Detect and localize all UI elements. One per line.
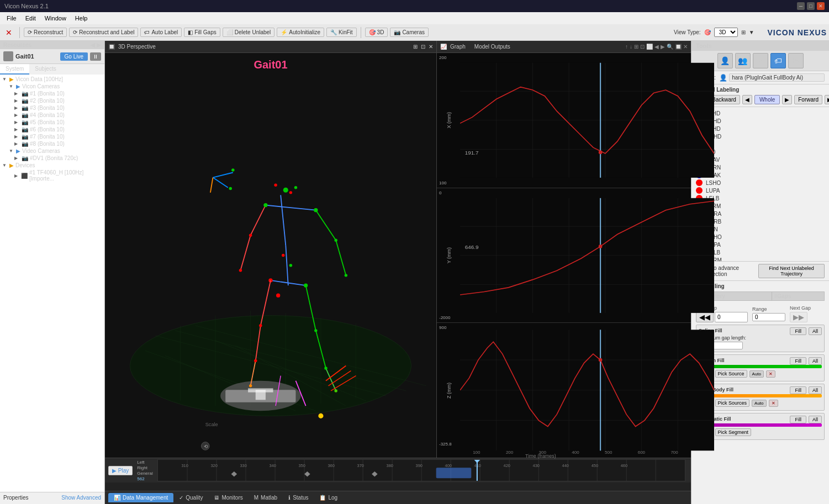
reconstruct-button[interactable]: ⟳ Reconstruct <box>24 28 67 37</box>
kinematic-all-btn[interactable]: All <box>809 416 822 423</box>
tree-devices[interactable]: ▼ ▶ Devices <box>1 162 103 169</box>
x-graph-svg: 191.7 <box>460 53 714 188</box>
rigid-all-btn[interactable]: All <box>809 386 822 394</box>
timeline: ▶ Play Left Right General 562 <box>105 458 691 491</box>
rigid-x-btn[interactable]: ✕ <box>769 400 778 407</box>
tree-cam-3[interactable]: ▶ 📷 #3 (Bonita 10) <box>1 104 103 112</box>
graph-btn-5[interactable]: ⬜ <box>646 44 653 50</box>
graph-btn-1[interactable]: ↑ <box>625 44 628 50</box>
play-button[interactable]: ▶ Play <box>108 466 133 475</box>
minimize-button[interactable]: ─ <box>797 2 805 10</box>
tool-settings-icon[interactable]: ⚙ <box>788 53 804 68</box>
tree-cam-8[interactable]: ▶ 📷 #8 (Bonita 10) <box>1 140 103 147</box>
spline-fill-btn[interactable]: Fill <box>790 327 806 335</box>
pause-button[interactable]: ⏸ <box>90 52 101 61</box>
graph-btn-2[interactable]: ↓ <box>630 44 632 50</box>
tab-subjects[interactable]: Subjects <box>29 64 61 75</box>
tab-log[interactable]: 📋 Log <box>314 493 343 502</box>
pattern-all-btn[interactable]: All <box>809 357 822 365</box>
go-live-button[interactable]: Go Live <box>60 52 88 61</box>
z-value-low: -325.8 <box>439 442 452 447</box>
properties-panel: Properties Show Advanced <box>0 492 104 504</box>
kinematic-fill-btn[interactable]: Fill <box>790 416 806 423</box>
menu-file[interactable]: File <box>2 14 21 23</box>
tree-dv1[interactable]: ▶ 📷 #DV1 (Bonita 720c) <box>1 155 103 162</box>
next-gap-right-btn[interactable]: ▶▶ <box>790 312 807 322</box>
view-type-extra-btn[interactable]: ⊞ <box>741 29 746 35</box>
graph-btn-9[interactable]: 🔲 <box>675 44 682 50</box>
tab-matlab[interactable]: M Matlab <box>249 493 283 502</box>
tree-vicon-cameras[interactable]: ▼ ▶ Vicon Cameras <box>1 83 103 90</box>
tree-cam-2[interactable]: ▶ 📷 #2 (Bonita 10) <box>1 97 103 104</box>
close-button[interactable]: ✕ <box>817 2 825 10</box>
graph-btn-4[interactable]: ⊡ <box>640 44 645 50</box>
tree-vicon-data[interactable]: ▼ ▶ Vicon Data [100Hz] <box>1 76 103 83</box>
tool-person-icon[interactable]: 👤 <box>717 53 733 68</box>
viewport-controls-btn[interactable]: ⊡ <box>421 44 425 50</box>
graph-btn-6[interactable]: ◀ <box>654 44 659 50</box>
pattern-x-btn[interactable]: ✕ <box>766 370 775 378</box>
find-next-unlabeled-button[interactable]: Find Next Unlabeled Trajectory <box>758 264 825 278</box>
pattern-fill-btn[interactable]: Fill <box>790 357 806 365</box>
tree-cam-6[interactable]: ▶ 📷 #6 (Bonita 10) <box>1 126 103 133</box>
view-type-select[interactable]: 3D 2D <box>714 28 738 37</box>
viewport-expand-btn[interactable]: ⊞ <box>413 44 418 50</box>
fill-gaps-button[interactable]: ◧ Fill Gaps <box>184 28 220 37</box>
cameras-button[interactable]: 📷 Cameras <box>390 28 429 37</box>
3d-button[interactable]: 🎯 3D <box>365 28 388 37</box>
tab-data-management[interactable]: 📊 Data Management <box>108 493 173 502</box>
maximize-button[interactable]: □ <box>807 2 815 10</box>
tree-cam-7[interactable]: ▶ 📷 #7 (Bonita 10) <box>1 133 103 140</box>
tool-label-icon[interactable]: 🏷 <box>770 53 786 68</box>
reconstruct-label-button[interactable]: ⟳ Reconstruct and Label <box>69 28 138 37</box>
delete-unlabel-button[interactable]: ⬜ Delete Unlabel <box>223 28 275 37</box>
tool-marker-icon[interactable]: ◎ <box>753 53 768 68</box>
tree-label: #1 TF4060_H [100Hz] [Importe... <box>29 169 102 182</box>
forward-arrow-btn[interactable]: ▶ <box>782 95 792 104</box>
tab-quality[interactable]: ✓ Quality <box>173 493 208 502</box>
auto-init-button[interactable]: ⚡ AutoInitialize <box>277 28 324 37</box>
forward-arrow2-btn[interactable]: ▶ <box>825 95 829 104</box>
kinfit-button[interactable]: 🔧 KinFit <box>326 28 357 37</box>
rigid-auto-btn[interactable]: Auto <box>752 400 766 407</box>
svg-point-21 <box>289 191 292 194</box>
graph-btn-3[interactable]: ⊞ <box>634 44 638 50</box>
menu-edit[interactable]: Edit <box>21 14 40 23</box>
graph-btn-7[interactable]: ▶ <box>661 44 665 50</box>
tree-tf4060[interactable]: ▶ ⬛ #1 TF4060_H [100Hz] [Importe... <box>1 169 103 182</box>
tree-cam-1[interactable]: ▶ 📷 #1 (Bonita 10) <box>1 90 103 97</box>
viewport-canvas[interactable]: Gait01 <box>105 53 436 458</box>
tree-video-cameras[interactable]: ▼ ▶ Video Cameras <box>1 147 103 155</box>
menu-help[interactable]: Help <box>71 14 92 23</box>
pick-segment-button[interactable]: Pick Segment <box>715 428 752 436</box>
tab-monitors[interactable]: 🖥 Monitors <box>208 493 248 502</box>
tab-status[interactable]: ℹ Status <box>283 493 314 502</box>
show-advanced-link[interactable]: Show Advanced <box>61 495 101 501</box>
resources-collapse-btn[interactable]: ◀ ▶ <box>91 42 101 48</box>
tab-system[interactable]: System <box>0 64 29 75</box>
backward-arrow2-btn[interactable]: ◀ <box>742 95 752 104</box>
svg-point-42 <box>254 359 257 362</box>
range-input[interactable] <box>752 313 785 321</box>
menu-window[interactable]: Window <box>40 14 71 23</box>
forward-button[interactable]: Forward <box>794 95 822 104</box>
viewport-close-btn[interactable]: ✕ <box>429 44 433 50</box>
auto-label-button[interactable]: 🏷 Auto Label <box>140 28 182 37</box>
tool-user-icon[interactable]: 👥 <box>735 53 751 68</box>
timeline-track[interactable]: 310 320 330 340 350 360 370 380 390 400 … <box>157 459 685 481</box>
pick-sources-button[interactable]: Pick Sources <box>715 399 750 407</box>
close-toolbar-btn[interactable]: ✕ <box>2 27 15 38</box>
whole-button[interactable]: Whole <box>754 95 780 104</box>
monitors-icon: 🖥 <box>214 495 219 501</box>
rigid-fill-btn[interactable]: Fill <box>790 386 806 394</box>
tree-cam-5[interactable]: ▶ 📷 #5 (Bonita 10) <box>1 119 103 126</box>
spline-all-btn[interactable]: All <box>809 327 822 335</box>
view-type-down-btn[interactable]: ▼ <box>749 29 754 35</box>
prev-gap-input[interactable] <box>715 312 748 322</box>
graph-btn-8[interactable]: 🔍 <box>667 44 673 50</box>
tree-cam-4[interactable]: ▶ 📷 #4 (Bonita 10) <box>1 112 103 119</box>
manual-labeling-title: Manual Labeling <box>696 87 825 93</box>
graph-close-btn[interactable]: ✕ <box>683 44 688 50</box>
pick-source-button[interactable]: Pick Source <box>715 370 747 378</box>
pattern-auto-btn[interactable]: Auto <box>749 370 764 378</box>
